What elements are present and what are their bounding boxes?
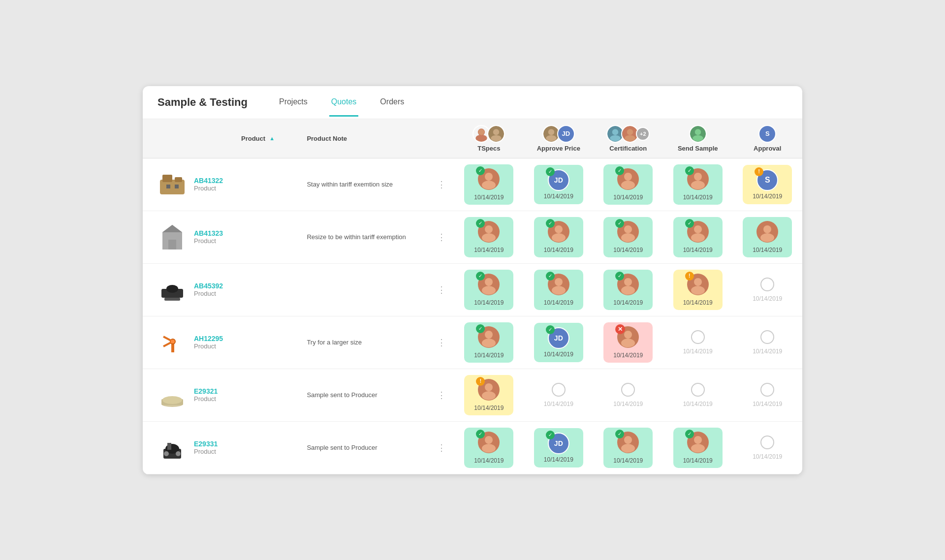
status-box[interactable]: 10/14/2019 bbox=[743, 217, 792, 257]
status-box[interactable]: ✓ 10/14/2019 bbox=[603, 217, 653, 257]
status-box[interactable]: ✓ 10/14/2019 bbox=[464, 322, 513, 363]
status-cell: ✓JD 10/14/2019 bbox=[524, 158, 593, 211]
status-date: 10/14/2019 bbox=[683, 348, 713, 355]
svg-point-69 bbox=[171, 340, 175, 343]
menu-dots-icon[interactable]: ⋮ bbox=[433, 390, 450, 400]
product-id[interactable]: E29331 bbox=[194, 440, 218, 448]
app-title: Sample & Testing bbox=[158, 96, 248, 119]
svg-point-74 bbox=[624, 331, 632, 339]
empty-status-circle bbox=[760, 330, 774, 344]
product-image bbox=[157, 432, 188, 464]
status-box[interactable]: ✓ 10/14/2019 bbox=[603, 164, 653, 205]
menu-dots-icon[interactable]: ⋮ bbox=[433, 338, 450, 347]
menu-dots-icon[interactable]: ⋮ bbox=[433, 232, 450, 242]
product-cell-AB41322: AB41322 Product bbox=[143, 158, 303, 211]
status-box[interactable]: ✓ 10/14/2019 bbox=[464, 217, 513, 257]
svg-point-5 bbox=[491, 135, 502, 141]
product-id[interactable]: AB45392 bbox=[194, 282, 223, 290]
status-cell: !S 10/14/2019 bbox=[732, 158, 802, 211]
row-menu[interactable]: ⋮ bbox=[429, 158, 454, 211]
status-date: 10/14/2019 bbox=[753, 295, 782, 302]
status-date: 10/14/2019 bbox=[613, 247, 643, 253]
product-id[interactable]: AH12295 bbox=[194, 335, 223, 342]
status-date: 10/14/2019 bbox=[544, 299, 573, 306]
status-box[interactable]: ✓ 10/14/2019 bbox=[464, 428, 513, 468]
row-menu[interactable]: ⋮ bbox=[429, 421, 454, 474]
status-box[interactable]: ✓ 10/14/2019 bbox=[603, 428, 653, 468]
svg-point-10 bbox=[612, 129, 618, 135]
status-box[interactable]: ✕ 10/14/2019 bbox=[603, 322, 653, 363]
menu-dots-icon[interactable]: ⋮ bbox=[433, 443, 450, 453]
svg-point-57 bbox=[555, 278, 563, 286]
svg-point-14 bbox=[625, 135, 635, 141]
status-box[interactable]: ✓JD 10/14/2019 bbox=[534, 323, 583, 362]
row-menu[interactable]: ⋮ bbox=[429, 316, 454, 369]
svg-point-78 bbox=[162, 396, 182, 404]
svg-point-61 bbox=[621, 286, 635, 295]
product-id[interactable]: AB41322 bbox=[194, 177, 223, 185]
product-type: Product bbox=[194, 342, 223, 350]
svg-point-94 bbox=[694, 436, 702, 444]
approval-avatar-s: S bbox=[758, 125, 776, 143]
status-box[interactable]: ! 10/14/2019 bbox=[673, 270, 723, 310]
status-box[interactable]: ✓ 10/14/2019 bbox=[603, 270, 653, 310]
status-date: 10/14/2019 bbox=[613, 401, 643, 407]
status-cell: ! 10/14/2019 bbox=[454, 369, 524, 421]
status-date: 10/14/2019 bbox=[753, 247, 782, 253]
svg-rect-21 bbox=[166, 185, 170, 188]
row-menu[interactable]: ⋮ bbox=[429, 263, 454, 316]
product-cell-E29331: E29331 Product bbox=[143, 421, 303, 474]
svg-point-71 bbox=[485, 331, 493, 339]
status-box[interactable]: ✓ 10/14/2019 bbox=[464, 164, 513, 205]
menu-dots-icon[interactable]: ⋮ bbox=[433, 180, 450, 189]
check-icon: ✓ bbox=[546, 272, 555, 280]
svg-rect-52 bbox=[164, 298, 180, 301]
status-cell: ✓ 10/14/2019 bbox=[594, 158, 663, 211]
svg-point-30 bbox=[694, 173, 702, 181]
svg-point-37 bbox=[482, 233, 496, 242]
status-date: 10/14/2019 bbox=[613, 457, 643, 464]
menu-dots-icon[interactable]: ⋮ bbox=[433, 285, 450, 295]
status-date: 10/14/2019 bbox=[613, 194, 643, 201]
status-cell: ✓ 10/14/2019 bbox=[454, 263, 524, 316]
status-date: 10/14/2019 bbox=[544, 193, 573, 200]
status-box[interactable]: ✓ 10/14/2019 bbox=[673, 164, 723, 205]
row-menu[interactable]: ⋮ bbox=[429, 369, 454, 421]
status-box[interactable]: ✓ 10/14/2019 bbox=[464, 270, 513, 310]
product-note: Resize to be within tariff exemption bbox=[303, 211, 429, 263]
status-box[interactable]: ✓ 10/14/2019 bbox=[534, 217, 583, 257]
status-cell: ✓ 10/14/2019 bbox=[594, 211, 663, 263]
check-icon: ✓ bbox=[546, 219, 555, 228]
status-box[interactable]: !S 10/14/2019 bbox=[743, 165, 792, 204]
product-image bbox=[157, 327, 188, 358]
check-icon: ✓ bbox=[615, 430, 624, 438]
tab-orders[interactable]: Orders bbox=[378, 97, 406, 117]
status-date: 10/14/2019 bbox=[544, 401, 573, 407]
row-menu[interactable]: ⋮ bbox=[429, 211, 454, 263]
status-box[interactable]: ✓JD 10/14/2019 bbox=[534, 165, 583, 204]
product-id[interactable]: E29321 bbox=[194, 387, 218, 395]
svg-point-92 bbox=[621, 444, 635, 453]
svg-point-24 bbox=[485, 173, 493, 181]
warn-icon: ! bbox=[476, 377, 485, 386]
svg-rect-19 bbox=[162, 175, 172, 182]
svg-rect-84 bbox=[167, 443, 171, 450]
status-date: 10/14/2019 bbox=[613, 299, 643, 306]
empty-status-circle bbox=[691, 383, 705, 397]
status-box[interactable]: ✓ 10/14/2019 bbox=[673, 428, 723, 468]
status-box[interactable]: ✓ 10/14/2019 bbox=[534, 270, 583, 310]
tab-projects[interactable]: Projects bbox=[277, 97, 310, 117]
status-cell: ✓ 10/14/2019 bbox=[663, 421, 732, 474]
status-box[interactable]: ✓JD 10/14/2019 bbox=[534, 428, 583, 467]
svg-point-64 bbox=[691, 286, 705, 295]
status-date: 10/14/2019 bbox=[753, 453, 782, 460]
product-cell-AB41323: AB41323 Product bbox=[143, 211, 303, 263]
status-box[interactable]: ! 10/14/2019 bbox=[464, 375, 513, 415]
status-cell: 10/14/2019 bbox=[732, 263, 802, 316]
status-date: 10/14/2019 bbox=[474, 194, 504, 201]
product-id[interactable]: AB41323 bbox=[194, 229, 223, 237]
col-product: Product ▲ bbox=[143, 119, 303, 158]
status-box[interactable]: ✓ 10/14/2019 bbox=[673, 217, 723, 257]
svg-point-91 bbox=[624, 436, 632, 444]
tab-quotes[interactable]: Quotes bbox=[329, 97, 359, 117]
